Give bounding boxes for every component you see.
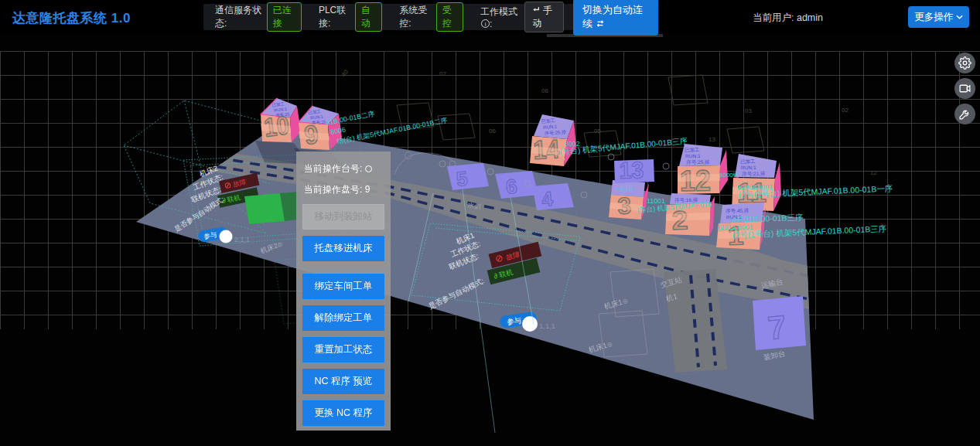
svg-text:2,1,1: 2,1,1 <box>234 236 250 243</box>
svg-text:已加工: 已加工 <box>740 158 756 164</box>
svg-text:06: 06 <box>489 128 496 134</box>
svg-text:13: 13 <box>709 136 715 143</box>
svg-text:40: 40 <box>340 68 350 78</box>
svg-text:06: 06 <box>541 87 548 94</box>
svg-text:1,1,1: 1,1,1 <box>539 322 555 330</box>
svg-text:RUN:1: RUN:1 <box>685 153 701 158</box>
svg-text:序号:4,排: 序号:4,排 <box>615 186 634 192</box>
svg-text:7: 7 <box>766 308 787 346</box>
svg-text:05: 05 <box>594 128 601 134</box>
svg-text:RUN:1: RUN:1 <box>741 165 756 170</box>
svg-text:03: 03 <box>745 107 752 114</box>
svg-text:已加工: 已加工 <box>685 147 700 152</box>
svg-text:3000链: 3000链 <box>719 172 739 179</box>
svg-text:02: 02 <box>842 107 849 114</box>
svg-text:12: 12 <box>870 169 877 176</box>
svg-text:07: 07 <box>439 70 446 77</box>
svg-text:13: 13 <box>619 157 644 183</box>
svg-text:已加工: 已加工 <box>541 117 555 124</box>
